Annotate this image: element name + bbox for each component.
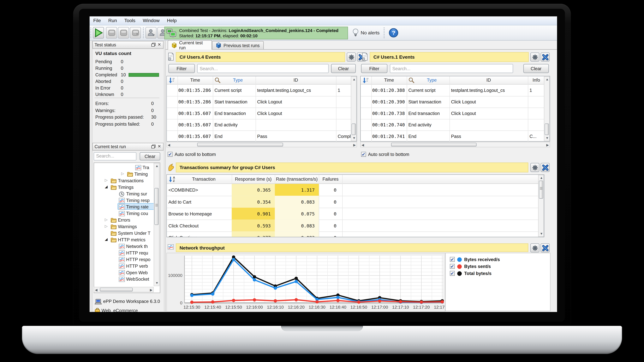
scrollbar-thumb[interactable]	[352, 124, 356, 135]
legend-item-total-bytes-s[interactable]: ✔Total bytes/s	[450, 271, 492, 276]
cell-id[interactable]: testplant.testing.Logout_cs	[256, 84, 336, 93]
float-panel-icon[interactable]	[151, 145, 156, 149]
cell-time[interactable]: 00:01:35.607	[177, 107, 213, 116]
cell-info[interactable]	[528, 96, 545, 99]
cell-type[interactable]: End transaction	[407, 107, 450, 116]
close-panel-icon[interactable]: ✕	[158, 144, 162, 149]
tab-previous-test-runs[interactable]: Previous test runs	[212, 41, 264, 49]
cell-type[interactable]: End	[407, 130, 450, 139]
cell-time[interactable]: 00:01:35.286	[177, 84, 213, 93]
expander-collapsed-icon[interactable]: ▷	[105, 224, 108, 228]
events-filter-button[interactable]: Filter	[361, 64, 388, 73]
tree-horizontal-scrollbar[interactable]: ◀▶	[94, 287, 154, 292]
events-settings-button[interactable]	[530, 52, 539, 61]
cell-info[interactable]	[528, 107, 545, 111]
cell-failures[interactable]: 0	[319, 184, 342, 196]
scrollbar-thumb[interactable]	[197, 143, 283, 146]
menu-item-window[interactable]: Window	[139, 16, 163, 23]
cell-transaction[interactable]: Click Checkout	[168, 220, 230, 228]
cell-time[interactable]: 00:01:20.388	[370, 84, 407, 93]
cell-transaction[interactable]: Add to Cart	[168, 196, 230, 204]
column-header-transaction[interactable]: Transaction	[176, 177, 232, 182]
cell-response-time[interactable]: 0.901	[232, 208, 275, 220]
column-header-id[interactable]: ID	[256, 77, 336, 82]
column-header-id[interactable]: ID	[450, 77, 528, 82]
expander-collapsed-icon[interactable]: ▷	[105, 178, 108, 182]
stop-button[interactable]	[106, 27, 117, 39]
cell-type[interactable]: Start transaction	[213, 96, 256, 104]
checkbox-checked-icon[interactable]: ✔	[361, 152, 366, 157]
events-vertical-scrollbar[interactable]: ▲▼	[544, 76, 550, 141]
cell-info[interactable]: 1	[528, 84, 545, 93]
cell-id[interactable]: Click Logout	[256, 96, 336, 104]
cell-type[interactable]: End	[213, 130, 256, 139]
tree-clear-button[interactable]: Clear	[140, 152, 160, 160]
close-panel-icon[interactable]: ✕	[158, 42, 162, 47]
cell-response-time[interactable]: 0.377	[232, 232, 275, 237]
cell-response-time[interactable]: 0.593	[232, 220, 275, 231]
events-horizontal-scrollbar[interactable]: ◀▶	[166, 142, 357, 147]
run-test-button[interactable]	[93, 27, 104, 39]
scroll-left-icon[interactable]: ◀	[95, 288, 97, 292]
scroll-up-icon[interactable]: ▲	[546, 77, 549, 81]
scroll-down-icon[interactable]: ▼	[546, 136, 549, 140]
events-clear-button[interactable]: Clear	[524, 64, 549, 73]
menu-item-tools[interactable]: Tools	[120, 16, 139, 23]
expander-expanded-icon[interactable]: ◢	[105, 185, 108, 189]
cell-failures[interactable]: 0	[319, 232, 342, 237]
cell-id[interactable]: Click Logout	[450, 96, 528, 104]
legend-item-bytes-received-s[interactable]: ✔Bytes received/s	[450, 257, 500, 262]
scroll-up-icon[interactable]: ▲	[540, 176, 543, 180]
cell-failures[interactable]: 0	[319, 220, 342, 231]
cell-type[interactable]: Current script	[213, 84, 256, 93]
cell-transaction[interactable]: Click Continue	[168, 232, 230, 237]
column-header-info[interactable]: Info	[528, 77, 545, 82]
cell-response-time[interactable]: 0.365	[232, 184, 275, 196]
dock-splitter[interactable]	[164, 41, 166, 312]
checkbox-checked-icon[interactable]: ✔	[450, 271, 455, 276]
column-header-failures[interactable]: Failures	[319, 177, 342, 182]
events-settings-button[interactable]	[347, 52, 356, 61]
help-button[interactable]: ?	[388, 28, 398, 38]
tab-current-test-run[interactable]: Current test run	[168, 40, 212, 50]
cell-id[interactable]	[256, 119, 336, 122]
events-filter-button[interactable]: Filter	[168, 64, 195, 73]
cell-id[interactable]: Pass	[450, 130, 528, 139]
cell-info[interactable]: C...	[528, 130, 545, 139]
cell-response-time[interactable]: 0.354	[232, 196, 275, 208]
column-header-rate[interactable]: Rate (transactions/s)	[275, 177, 319, 182]
workspace-item[interactable]: ePP Demo Workspace 6.3.0	[94, 299, 160, 305]
scroll-down-icon[interactable]: ▼	[540, 232, 543, 236]
cell-time[interactable]: 00:01:20.740	[370, 119, 407, 128]
cell-transaction[interactable]: Browse to Homepage	[168, 208, 230, 216]
tree-search-input[interactable]: Search...	[94, 152, 136, 160]
sort-descending-icon[interactable]	[168, 77, 176, 84]
scrollbar-thumb[interactable]	[100, 288, 133, 291]
summary-vertical-scrollbar[interactable]: ▲▼☰	[538, 175, 544, 237]
cell-type[interactable]: Current script	[407, 84, 450, 93]
network-close-button[interactable]	[541, 243, 550, 252]
cell-info[interactable]	[336, 119, 352, 122]
column-header-type[interactable]: Type	[414, 77, 449, 82]
cell-info[interactable]	[336, 107, 352, 111]
column-header-type[interactable]: Type	[220, 77, 256, 82]
events-horizontal-scrollbar[interactable]: ◀▶	[360, 142, 550, 147]
summary-close-button[interactable]	[541, 163, 550, 172]
events-search-input[interactable]: Search...	[390, 64, 513, 73]
events-vertical-scrollbar[interactable]: ▲▼	[351, 76, 356, 141]
column-header-time[interactable]: Time	[371, 77, 406, 82]
sort-descending-icon[interactable]	[362, 77, 370, 84]
cell-rate[interactable]: 0.075	[275, 208, 319, 220]
cell-time[interactable]: 00:01:35.286	[177, 96, 213, 105]
expander-expanded-icon[interactable]: ◢	[105, 237, 108, 241]
expander-collapsed-icon[interactable]: ▷	[121, 172, 124, 176]
cell-type[interactable]: End transaction	[213, 107, 256, 116]
auto-scroll-checkbox-row[interactable]: ✔Auto scroll to bottom	[168, 151, 216, 157]
cell-time[interactable]: 00:01:20.741	[370, 130, 407, 139]
scroll-down-icon[interactable]: ▼	[352, 136, 356, 140]
abort-button[interactable]	[130, 27, 141, 39]
sort-alphabetical-icon[interactable]: AZ	[168, 176, 176, 183]
menu-item-file[interactable]: File	[90, 16, 105, 23]
summary-settings-button[interactable]	[530, 163, 539, 172]
scroll-right-icon[interactable]: ▶	[353, 143, 356, 147]
